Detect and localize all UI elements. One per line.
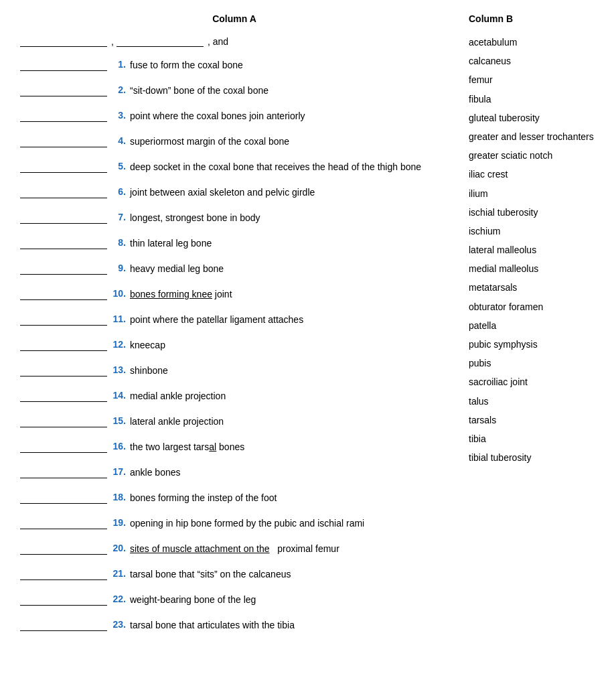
column-b-item: ilium	[469, 188, 596, 200]
question-number: 7.	[107, 212, 126, 222]
answer-blank	[20, 594, 107, 606]
qa-row: 8.thin lateral leg bone	[20, 237, 449, 256]
column-b-item: greater and lesser trochanters	[469, 131, 596, 143]
answer-blank	[20, 314, 107, 326]
qa-row: 3.point where the coxal bones join anter…	[20, 110, 449, 129]
column-b-item: iliac crest	[469, 168, 596, 180]
question-text: heavy medial leg bone	[130, 263, 449, 276]
question-text: superiormost margin of the coxal bone	[130, 135, 449, 149]
intro-row: , , and	[20, 36, 449, 50]
answer-blank	[20, 568, 107, 580]
question-text: sites of muscle attachment on the proxim…	[130, 543, 449, 556]
answer-blank	[20, 466, 107, 478]
question-text: longest, strongest bone in body	[130, 212, 449, 225]
question-text: shinbone	[130, 364, 449, 378]
column-b-item: sacroiliac joint	[469, 376, 596, 388]
qa-row: 6.joint between axial skeleton and pelvi…	[20, 186, 449, 205]
intro-blank-1	[20, 36, 107, 47]
question-text: “sit-down” bone of the coxal bone	[130, 84, 449, 98]
column-b-item: acetabulum	[469, 36, 596, 48]
column-b-header: Column B	[469, 13, 596, 24]
question-text: bones forming knee joint	[130, 288, 449, 301]
question-text: opening in hip bone formed by the pubic …	[130, 517, 449, 531]
qa-row: 11.point where the patellar ligament att…	[20, 314, 449, 332]
qa-row: 19.opening in hip bone formed by the pub…	[20, 517, 449, 536]
question-number: 19.	[107, 517, 126, 528]
question-number: 21.	[107, 568, 126, 579]
column-b-item: ischium	[469, 225, 596, 237]
column-b-item: obturator foramen	[469, 301, 596, 313]
answer-blank	[20, 390, 107, 402]
column-b-item: calcaneus	[469, 55, 596, 67]
qa-row: 12.kneecap	[20, 339, 449, 358]
question-text: thin lateral leg bone	[130, 237, 449, 251]
question-text: lateral ankle projection	[130, 415, 449, 429]
answer-blank	[20, 110, 107, 122]
question-number: 6.	[107, 186, 126, 197]
answer-blank	[20, 237, 107, 249]
column-b-item: patella	[469, 320, 596, 332]
column-a: Column A , , and 1.fuse to form the coxa…	[20, 13, 462, 644]
question-number: 22.	[107, 594, 126, 604]
question-number: 15.	[107, 415, 126, 426]
qa-row: 14.medial ankle projection	[20, 390, 449, 409]
question-number: 17.	[107, 466, 126, 477]
answer-blank	[20, 441, 107, 453]
question-text: the two largest tarsal bones	[130, 441, 449, 454]
column-b-item: gluteal tuberosity	[469, 112, 596, 124]
answer-blank	[20, 415, 107, 427]
column-b-item: tibia	[469, 433, 596, 445]
qa-row: 18.bones forming the instep of the foot	[20, 492, 449, 510]
answer-blank	[20, 186, 107, 198]
questions-container: 1.fuse to form the coxal bone2.“sit-down…	[20, 59, 449, 638]
question-number: 13.	[107, 364, 126, 375]
answer-blank	[20, 619, 107, 631]
column-b-list: acetabulumcalcaneusfemurfibulagluteal tu…	[469, 36, 596, 464]
column-b-item: medial malleolus	[469, 263, 596, 275]
qa-row: 17.ankle bones	[20, 466, 449, 485]
question-number: 2.	[107, 84, 126, 95]
intro-comma: ,	[111, 36, 114, 47]
column-b-item: tibial tuberosity	[469, 452, 596, 464]
qa-row: 13.shinbone	[20, 364, 449, 383]
question-number: 8.	[107, 237, 126, 248]
question-number: 14.	[107, 390, 126, 401]
qa-row: 1.fuse to form the coxal bone	[20, 59, 449, 78]
column-b: Column B acetabulumcalcaneusfemurfibulag…	[462, 13, 596, 644]
column-b-item: pubic symphysis	[469, 338, 596, 350]
column-b-item: greater sciatic notch	[469, 149, 596, 161]
question-text: weight-bearing bone of the leg	[130, 594, 449, 607]
qa-row: 15.lateral ankle projection	[20, 415, 449, 434]
column-b-item: pubis	[469, 357, 596, 369]
qa-row: 5.deep socket in the coxal bone that rec…	[20, 161, 449, 180]
question-number: 9.	[107, 263, 126, 273]
answer-blank	[20, 543, 107, 555]
answer-blank	[20, 263, 107, 275]
question-number: 4.	[107, 135, 126, 146]
question-text: deep socket in the coxal bone that recei…	[130, 161, 449, 174]
qa-row: 10.bones forming knee joint	[20, 288, 449, 307]
qa-row: 9.heavy medial leg bone	[20, 263, 449, 281]
answer-blank	[20, 161, 107, 173]
qa-row: 4.superiormost margin of the coxal bone	[20, 135, 449, 154]
answer-blank	[20, 288, 107, 300]
question-text: point where the patellar ligament attach…	[130, 314, 449, 327]
question-number: 5.	[107, 161, 126, 172]
answer-blank	[20, 364, 107, 376]
question-number: 10.	[107, 288, 126, 299]
question-number: 3.	[107, 110, 126, 121]
answer-blank	[20, 59, 107, 71]
qa-row: 22.weight-bearing bone of the leg	[20, 594, 449, 612]
question-text: medial ankle projection	[130, 390, 449, 403]
answer-blank	[20, 135, 107, 147]
answer-blank	[20, 492, 107, 504]
question-number: 1.	[107, 59, 126, 70]
question-text: tarsal bone that articulates with the ti…	[130, 619, 449, 632]
question-text: point where the coxal bones join anterio…	[130, 110, 449, 123]
qa-row: 7.longest, strongest bone in body	[20, 212, 449, 230]
column-b-item: fibula	[469, 93, 596, 105]
column-b-item: femur	[469, 74, 596, 86]
answer-blank	[20, 212, 107, 224]
question-text: fuse to form the coxal bone	[130, 59, 449, 72]
question-text: joint between axial skeleton and pelvic …	[130, 186, 449, 200]
